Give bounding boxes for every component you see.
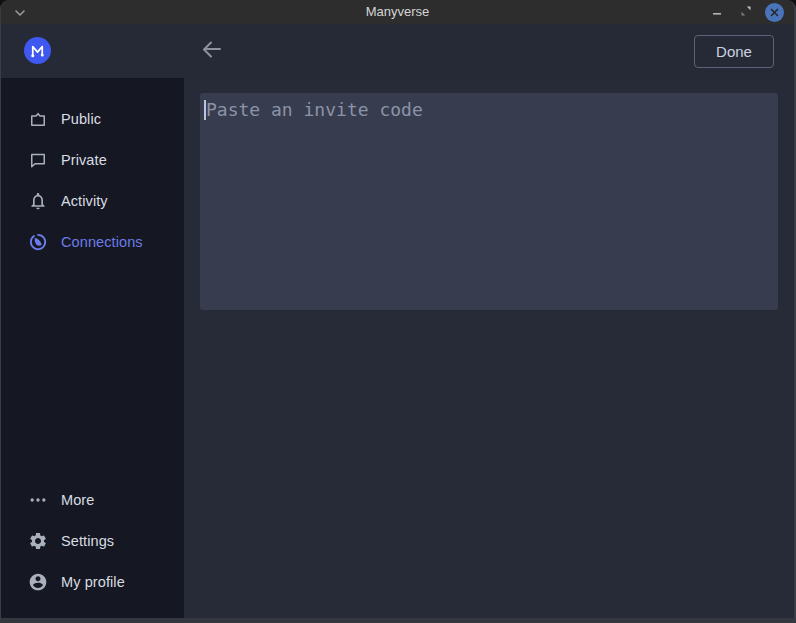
sidebar-item-activity[interactable]: Activity bbox=[1, 180, 184, 221]
bell-icon bbox=[28, 191, 48, 211]
message-icon bbox=[28, 150, 48, 170]
bulletin-board-icon bbox=[28, 109, 48, 129]
restore-icon bbox=[740, 3, 752, 21]
restore-button[interactable] bbox=[736, 2, 756, 22]
gear-icon bbox=[28, 531, 48, 551]
manyverse-logo[interactable] bbox=[24, 37, 51, 64]
titlebar: Manyverse bbox=[1, 0, 794, 24]
sidebar-item-connections[interactable]: Connections bbox=[1, 221, 184, 262]
sidebar-item-settings[interactable]: Settings bbox=[1, 520, 184, 561]
sidebar-item-label: My profile bbox=[61, 574, 125, 590]
invite-code-input[interactable] bbox=[200, 93, 778, 310]
minimize-icon bbox=[712, 3, 722, 21]
main-content bbox=[184, 78, 794, 618]
sidebar-item-public[interactable]: Public bbox=[1, 98, 184, 139]
close-button[interactable] bbox=[765, 3, 784, 22]
minimize-button[interactable] bbox=[707, 2, 727, 22]
sidebar-item-private[interactable]: Private bbox=[1, 139, 184, 180]
sidebar-item-label: Private bbox=[61, 152, 107, 168]
back-arrow-icon bbox=[199, 37, 223, 65]
done-button[interactable]: Done bbox=[694, 35, 774, 68]
window-controls bbox=[707, 0, 784, 24]
sidebar-item-label: Public bbox=[61, 111, 101, 127]
sidebar-item-label: Activity bbox=[61, 193, 108, 209]
sidebar-item-my-profile[interactable]: My profile bbox=[1, 561, 184, 602]
sidebar: Public Private Activity bbox=[1, 78, 184, 618]
sidebar-item-more[interactable]: More bbox=[1, 479, 184, 520]
account-icon bbox=[28, 572, 48, 592]
window-title: Manyverse bbox=[1, 0, 794, 24]
close-icon bbox=[770, 3, 779, 21]
ellipsis-icon bbox=[28, 490, 48, 510]
sidebar-item-label: Connections bbox=[61, 234, 143, 250]
sidebar-bottom-group: More Settings My profile bbox=[1, 479, 184, 618]
app-header: Done bbox=[1, 24, 794, 78]
sidebar-item-label: Settings bbox=[61, 533, 114, 549]
connections-icon bbox=[28, 232, 48, 252]
sidebar-top-group: Public Private Activity bbox=[1, 78, 184, 262]
back-button[interactable] bbox=[197, 37, 225, 65]
manyverse-window: Manyverse bbox=[0, 0, 796, 623]
sidebar-item-label: More bbox=[61, 492, 94, 508]
